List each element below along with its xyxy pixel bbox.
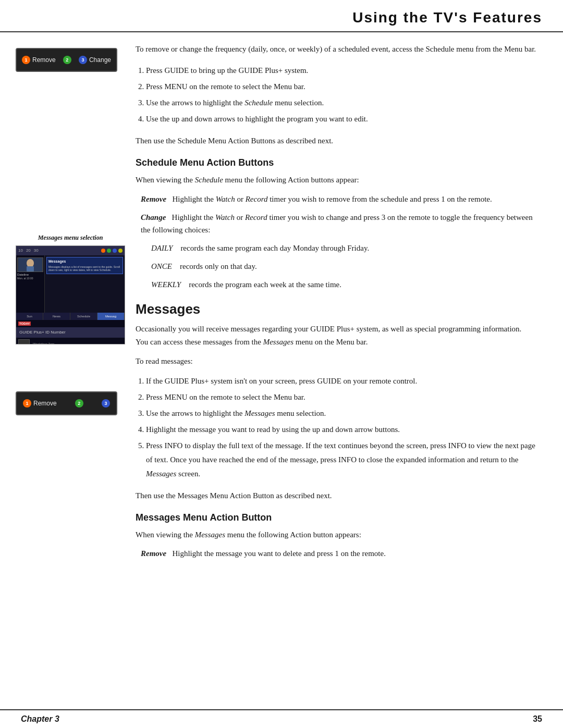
remove-btn-1-item: 1 Remove [23, 399, 57, 408]
messages-heading: Messages [136, 301, 537, 317]
tv-tab-schedule: Schedule [70, 313, 97, 320]
btn-1-circle: 1 [22, 56, 30, 64]
tv-right-panel: Messages Messages displays a list of mes… [45, 255, 125, 313]
schedule-intro: When viewing the Schedule menu the follo… [136, 174, 537, 187]
page-header: Using the TV's Features [0, 0, 563, 32]
schedule-button-image: 1 Remove 2 3 Change [16, 48, 117, 72]
tv-show2-info: Weekdays 7am [33, 342, 54, 344]
right-column: To remove or change the frequency (daily… [125, 43, 563, 571]
messages-action-intro: When viewing the Messages menu the follo… [136, 528, 537, 541]
schedule-daily-label: DAILY [151, 244, 173, 252]
page-title: Using the TV's Features [21, 9, 542, 26]
tv-tab-bar: Sun News Schedule Messag [16, 313, 125, 320]
messages-action-heading: Messages Menu Action Button [136, 512, 537, 523]
remove-btn-3-circle: 3 [102, 399, 110, 408]
btn-change-label: Change [89, 56, 111, 64]
btn-remove-item: 1 Remove [22, 56, 56, 64]
btn-change-item: 3 Change [79, 56, 111, 64]
messages-screenshot: 10 20 30 [16, 245, 125, 344]
schedule-change-label: Change [141, 213, 166, 221]
tv-show-dateline: Dateline Mon. at 10:00 [17, 257, 43, 280]
intro-step-4: Use the up and down arrows to highlight … [146, 112, 537, 126]
schedule-section: Schedule Menu Action Buttons When viewin… [136, 157, 537, 291]
schedule-daily-para: DAILY records the same program each day … [136, 242, 537, 255]
page-footer: Chapter 3 35 [0, 709, 563, 728]
messages-remove-label: Remove [141, 549, 166, 558]
intro-then-use: Then use the Schedule Menu Action Button… [136, 134, 537, 147]
messages-para1: Occasionally you will receive messages r… [136, 323, 537, 349]
messages-step-3: Use the arrows to highlight the Messages… [146, 406, 537, 421]
tv-thumb-1 [18, 339, 30, 344]
remove-btn-3-item: 3 [102, 399, 110, 408]
tv-icon-2 [107, 249, 111, 253]
messages-to-read: To read messages: [136, 355, 537, 368]
tv-top-bar: 10 20 30 [16, 246, 125, 255]
tv-show-dateline-label: Dateline [17, 273, 43, 277]
schedule-heading: Schedule Menu Action Buttons [136, 157, 537, 168]
screenshot-caption: Messages menu selection [16, 233, 125, 242]
schedule-once-label: ONCE [151, 262, 172, 270]
footer-page: 35 [533, 714, 542, 724]
messages-step-2: Press MENU on the remote to select the M… [146, 390, 537, 404]
intro-step-3: Use the arrows to highlight the Schedule… [146, 96, 537, 110]
tv-tab-news: News [43, 313, 70, 320]
messages-action-remove-para: Remove Highlight the message you want to… [136, 547, 537, 560]
messages-screenshot-wrapper: Messages menu selection 10 20 30 [16, 233, 125, 344]
tv-thumb-row: Weekdays 7am [16, 338, 125, 344]
tv-icon-3 [113, 249, 117, 253]
tv-today-badge: TODAY [18, 322, 31, 326]
svg-point-1 [27, 259, 34, 267]
btn-3-circle: 3 [79, 56, 87, 64]
remove-btn-1-label: Remove [33, 400, 57, 407]
tv-show-dateline-time: Mon. at 10:00 [17, 277, 43, 280]
messages-step-1: If the GUIDE Plus+ system isn't on your … [146, 374, 537, 388]
schedule-remove-label: Remove [141, 195, 166, 203]
schedule-weekly-para: WEEKLY records the program each week at … [136, 278, 537, 291]
messages-steps-list: If the GUIDE Plus+ system isn't on your … [146, 374, 537, 481]
tv-bottom-bar: TODAY [16, 320, 125, 327]
tv-icon-1 [101, 249, 105, 253]
btn-2-item: 2 [63, 56, 71, 64]
schedule-once-para: ONCE records only on that day. [136, 260, 537, 273]
tv-tab-messages: Messag [97, 313, 125, 320]
messages-section: Messages Occasionally you will receive m… [136, 301, 537, 501]
remove-btn-2-circle: 2 [75, 399, 83, 408]
intro-step-1: Press GUIDE to bring up the GUIDE Plus+ … [146, 64, 537, 78]
schedule-change-para: Change Highlight the Watch or Record tim… [136, 211, 537, 237]
tv-icon-4 [118, 249, 123, 253]
btn-2-circle: 2 [63, 56, 71, 64]
tv-top-icons [101, 249, 123, 253]
messages-then-use: Then use the Messages Menu Action Button… [136, 489, 537, 502]
tv-show-thumb-dateline [17, 257, 43, 272]
schedule-weekly-label: WEEKLY [151, 280, 181, 289]
tv-guide-id-bar: GUIDE Plus+ ID Number [16, 327, 125, 338]
tv-tab-sun: Sun [16, 313, 43, 320]
messages-step-5: Press INFO to display the full text of t… [146, 439, 537, 481]
intro-paragraph: To remove or change the frequency (daily… [136, 43, 537, 55]
tv-left-panel: Dateline Mon. at 10:00 [16, 255, 45, 313]
remove-btn-1-circle: 1 [23, 399, 31, 408]
tv-main-area: Dateline Mon. at 10:00 Messages Messages… [16, 255, 125, 313]
footer-chapter: Chapter 3 [21, 714, 59, 724]
intro-steps-list: Press GUIDE to bring up the GUIDE Plus+ … [146, 64, 537, 126]
schedule-remove-para: Remove Highlight the Watch or Record tim… [136, 193, 537, 206]
messages-step-4: Highlight the message you want to read b… [146, 423, 537, 437]
intro-step-2: Press MENU on the remote to select the M… [146, 80, 537, 94]
left-column: 1 Remove 2 3 Change Messages menu select… [0, 43, 125, 571]
tv-messages-overlay: Messages Messages displays a list of mes… [46, 257, 123, 274]
remove-button-image: 1 Remove 2 3 [16, 391, 117, 415]
remove-btn-2-item: 2 [75, 399, 83, 408]
btn-remove-label: Remove [32, 56, 56, 64]
messages-action-section: Messages Menu Action Button When viewing… [136, 512, 537, 561]
main-content: 1 Remove 2 3 Change Messages menu select… [0, 32, 563, 571]
svg-rect-2 [27, 266, 34, 272]
